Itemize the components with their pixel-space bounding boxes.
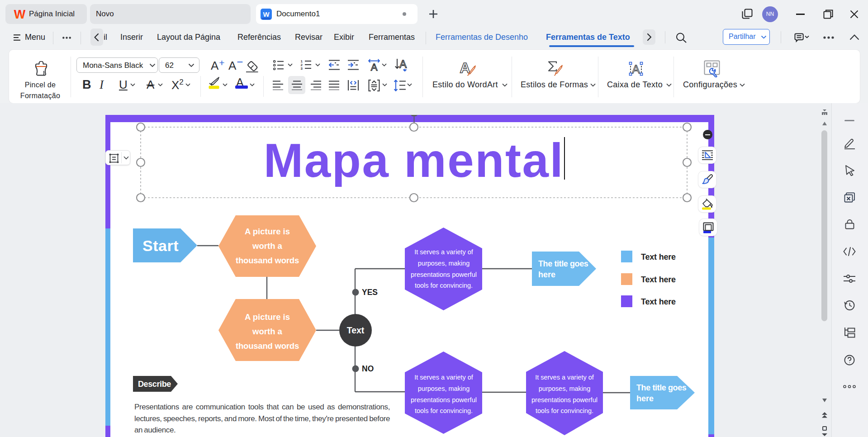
svg-text:Text: Text bbox=[347, 325, 365, 335]
svg-text:here: here bbox=[538, 270, 555, 279]
svg-text:A picture is: A picture is bbox=[245, 227, 290, 236]
svg-text:NO: NO bbox=[362, 364, 374, 373]
svg-text:Text here: Text here bbox=[641, 275, 676, 284]
svg-text:purposes, making: purposes, making bbox=[418, 260, 470, 267]
svg-text:YES: YES bbox=[362, 288, 378, 297]
svg-text:presentations powerful: presentations powerful bbox=[531, 396, 598, 404]
svg-text:W: W bbox=[263, 10, 270, 18]
svg-text:here: here bbox=[636, 394, 654, 403]
svg-text:W: W bbox=[14, 10, 25, 19]
svg-text:It serves a variety of: It serves a variety of bbox=[535, 374, 594, 381]
svg-text:A picture is: A picture is bbox=[245, 312, 290, 322]
svg-text:tools for convincing.: tools for convincing. bbox=[536, 407, 593, 414]
svg-text:thousand words: thousand words bbox=[236, 256, 299, 265]
svg-text:A: A bbox=[371, 62, 378, 71]
svg-text:thousand words: thousand words bbox=[236, 341, 299, 351]
svg-text:worth a: worth a bbox=[252, 327, 282, 336]
svg-text:worth a: worth a bbox=[252, 241, 282, 251]
svg-text:Text here: Text here bbox=[641, 252, 676, 261]
svg-text:A: A bbox=[399, 58, 407, 70]
svg-text:purposes, making: purposes, making bbox=[418, 385, 470, 392]
svg-text:presentations powerful: presentations powerful bbox=[411, 271, 477, 278]
svg-text:presentations powerful: presentations powerful bbox=[411, 396, 477, 404]
svg-text:tools for convincing.: tools for convincing. bbox=[415, 407, 473, 414]
svg-text:tools for convincing.: tools for convincing. bbox=[415, 282, 473, 289]
svg-text:Describe: Describe bbox=[138, 380, 171, 389]
svg-text:The title goes: The title goes bbox=[538, 259, 588, 268]
svg-text:Text here: Text here bbox=[641, 297, 676, 306]
svg-text:It serves a variety of: It serves a variety of bbox=[414, 248, 474, 256]
svg-text:purposes, making: purposes, making bbox=[539, 385, 590, 392]
svg-text:A: A bbox=[632, 62, 640, 76]
svg-text:3: 3 bbox=[301, 66, 303, 70]
svg-text:Start: Start bbox=[142, 237, 179, 254]
svg-text:It serves a variety of: It serves a variety of bbox=[414, 374, 474, 381]
svg-text:The title goes: The title goes bbox=[636, 383, 687, 392]
